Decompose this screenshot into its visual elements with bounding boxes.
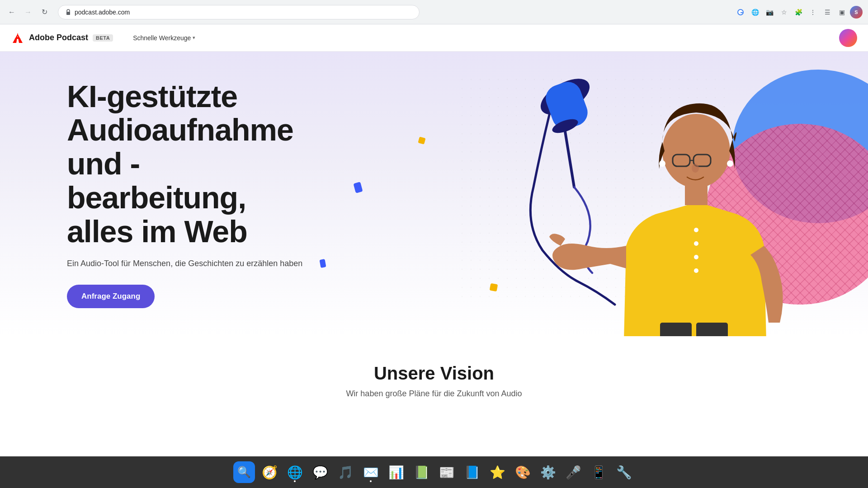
hero-content: KI-gestützte Audioaufnahme und -bearbeit… — [0, 80, 316, 309]
brand: Adobe Podcast BETA — [11, 31, 113, 45]
taskbar-numbers[interactable]: 📊 — [385, 461, 407, 483]
forward-button[interactable]: → — [22, 6, 34, 19]
reload-button[interactable]: ↻ — [38, 6, 51, 19]
svg-rect-3 — [741, 12, 743, 13]
taskbar-word[interactable]: 📘 — [461, 461, 483, 483]
screenshot-btn[interactable]: 📷 — [763, 6, 776, 19]
svg-point-15 — [692, 164, 699, 173]
vision-subtitle: Wir haben große Pläne für die Zukunft vo… — [0, 389, 868, 399]
dot-blue-3 — [320, 259, 326, 268]
hero-section: KI-gestützte Audioaufnahme und -bearbeit… — [0, 52, 868, 336]
extensions-btn[interactable]: 🧩 — [792, 6, 805, 19]
bookmark-btn[interactable]: ☆ — [778, 6, 790, 19]
back-button[interactable]: ← — [5, 6, 18, 19]
svg-rect-18 — [685, 185, 708, 205]
taskbar-system[interactable]: ⚙️ — [537, 461, 559, 483]
navbar-menu: Schnelle Werkzeuge ▾ — [127, 31, 201, 45]
taskbar: 🔍 🧭 🌐 💬 🎵 ✉️ 📊 📗 📰 📘 ⭐ 🎨 ⚙️ 🎤 📱 — [0, 456, 868, 488]
windows-btn[interactable]: ▣ — [835, 6, 848, 19]
svg-rect-23 — [660, 323, 692, 336]
taskbar-whatsapp[interactable]: 💬 — [309, 461, 331, 483]
svg-rect-24 — [696, 323, 728, 336]
svg-point-16 — [659, 160, 665, 167]
taskbar-safari[interactable]: 🧭 — [259, 461, 280, 483]
navbar: Adobe Podcast BETA Schnelle Werkzeuge ▾ — [0, 24, 868, 52]
vision-title: Unsere Vision — [0, 363, 868, 384]
taskbar-finder[interactable]: 🔍 — [233, 461, 255, 483]
dot-blue-1 — [353, 182, 363, 193]
brand-name: Adobe Podcast — [29, 33, 88, 42]
taskbar-spotify[interactable]: 🎵 — [335, 461, 356, 483]
browser-chrome: ← → ↻ podcast.adobe.com 🌐 📷 ☆ 🧩 ⋮ ☰ ▣ S — [0, 0, 868, 24]
user-avatar[interactable] — [839, 29, 857, 47]
hero-svg-art — [371, 52, 868, 336]
taskbar-sheets[interactable]: 📗 — [410, 461, 432, 483]
navbar-right — [839, 29, 857, 47]
quick-tools-menu[interactable]: Schnelle Werkzeuge ▾ — [127, 31, 201, 45]
address-bar[interactable]: podcast.adobe.com — [58, 5, 420, 19]
quick-tools-label: Schnelle Werkzeuge — [133, 34, 191, 42]
svg-point-21 — [694, 255, 698, 259]
profile-btn[interactable]: S — [850, 6, 863, 19]
menu-btn[interactable]: ☰ — [821, 6, 834, 19]
chevron-down-icon: ▾ — [193, 35, 195, 41]
hero-illustration — [371, 52, 868, 336]
beta-badge: BETA — [93, 34, 113, 42]
url-display: podcast.adobe.com — [75, 9, 412, 16]
taskbar-control[interactable]: 🔧 — [613, 461, 635, 483]
hero-subtitle: Ein Audio-Tool für Menschen, die Geschic… — [67, 259, 316, 268]
translate-btn[interactable]: 🌐 — [749, 6, 761, 19]
taskbar-iphone[interactable]: 📱 — [588, 461, 609, 483]
taskbar-chrome[interactable]: 🌐 — [284, 461, 306, 483]
taskbar-reeder[interactable]: ⭐ — [486, 461, 508, 483]
more-btn[interactable]: ⋮ — [807, 6, 819, 19]
taskbar-mail[interactable]: ✉️ — [360, 461, 382, 483]
taskbar-adobexd[interactable]: 🎨 — [512, 461, 533, 483]
svg-rect-0 — [66, 12, 70, 15]
cta-button[interactable]: Anfrage Zugang — [67, 285, 155, 308]
taskbar-ppt[interactable]: 📰 — [436, 461, 458, 483]
hero-title: KI-gestützte Audioaufnahme und -bearbeit… — [67, 80, 316, 249]
svg-point-17 — [727, 160, 733, 167]
svg-point-19 — [694, 228, 698, 232]
taskbar-audio[interactable]: 🎤 — [562, 461, 584, 483]
vision-section: Unsere Vision Wir haben große Pläne für … — [0, 336, 868, 417]
google-icon-btn[interactable] — [734, 6, 747, 19]
adobe-logo-icon — [11, 31, 24, 45]
svg-point-11 — [662, 114, 730, 188]
browser-actions: 🌐 📷 ☆ 🧩 ⋮ ☰ ▣ S — [734, 6, 863, 19]
lock-icon — [66, 9, 71, 15]
svg-point-22 — [694, 268, 698, 273]
svg-point-20 — [694, 241, 698, 246]
